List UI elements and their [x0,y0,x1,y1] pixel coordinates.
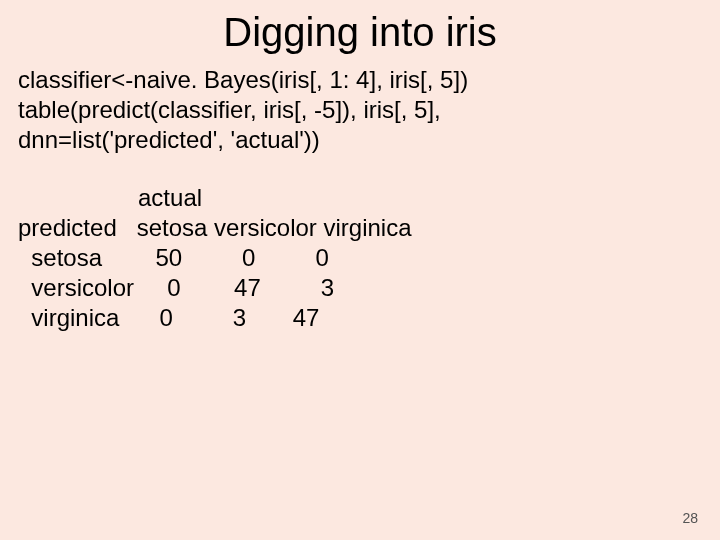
code-line: table(predict(classifier, iris[, -5]), i… [18,95,702,125]
slide-title: Digging into iris [0,0,720,65]
code-block: classifier<-naive. Bayes(iris[, 1: 4], i… [0,65,720,155]
output-line: virginica 0 3 47 [18,303,702,333]
code-line: classifier<-naive. Bayes(iris[, 1: 4], i… [18,65,702,95]
output-line: setosa 50 0 0 [18,243,702,273]
output-line: actual [18,183,702,213]
output-block: actual predicted setosa versicolor virgi… [0,183,720,333]
page-number: 28 [682,510,698,526]
output-line: predicted setosa versicolor virginica [18,213,702,243]
spacer [0,155,720,183]
output-line: versicolor 0 47 3 [18,273,702,303]
slide: Digging into iris classifier<-naive. Bay… [0,0,720,540]
code-line: dnn=list('predicted', 'actual')) [18,125,702,155]
